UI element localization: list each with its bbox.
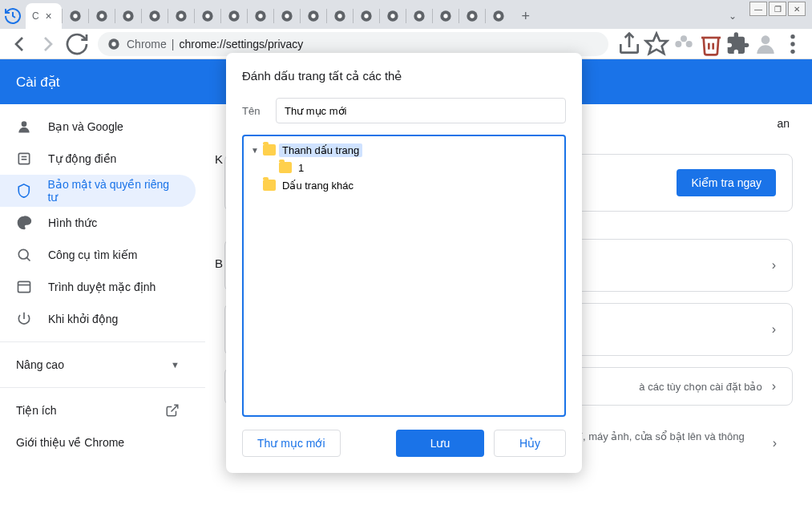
autofill-icon (16, 151, 32, 167)
tab-background[interactable] (459, 3, 485, 29)
sidebar-about[interactable]: Giới thiệu về Chrome (0, 426, 196, 458)
sidebar-about-label: Giới thiệu về Chrome (16, 436, 124, 449)
sidebar-item-appearance[interactable]: Hình thức (0, 207, 196, 239)
browser-icon (16, 279, 32, 295)
profile-avatar-icon[interactable] (753, 31, 778, 57)
tab-close-icon[interactable]: × (42, 10, 55, 22)
section-letter-b: B (215, 256, 223, 270)
sidebar-item-label: Tự động điền (48, 152, 116, 165)
tab-background[interactable] (115, 3, 141, 29)
chrome-icon (386, 10, 399, 22)
svg-point-43 (762, 35, 770, 44)
check-now-button[interactable]: Kiểm tra ngay (677, 169, 776, 196)
forward-button[interactable] (35, 31, 61, 57)
tab-background[interactable] (433, 3, 459, 29)
tab-active[interactable]: C × (26, 3, 62, 29)
settings-sidebar: Bạn và Google Tự động điền Bảo mật và qu… (0, 104, 205, 517)
bookmark-star-icon[interactable] (644, 31, 669, 57)
chevron-right-icon: › (773, 436, 777, 450)
svg-point-35 (111, 42, 115, 46)
tree-row-child-1[interactable]: 1 (248, 159, 560, 176)
tab-background[interactable] (406, 3, 432, 29)
svg-point-39 (686, 41, 693, 47)
sidebar-item-search[interactable]: Công cụ tìm kiếm (0, 239, 196, 271)
tab-strip: C × // placeholder so tabs render below … (0, 0, 812, 29)
external-link-icon (165, 403, 180, 418)
tab-background[interactable] (327, 3, 353, 29)
window-restore-button[interactable]: ❐ (769, 2, 786, 16)
tab-background[interactable] (486, 3, 511, 29)
tab-background[interactable] (142, 3, 168, 29)
svg-point-1 (73, 14, 77, 18)
tree-row-bookmarks-bar[interactable]: ▼ Thanh dấu trang (248, 141, 560, 159)
chrome-icon (228, 10, 240, 22)
menu-kebab-icon[interactable] (780, 31, 806, 57)
chrome-icon (122, 10, 135, 22)
share-icon[interactable] (616, 31, 642, 57)
new-tab-button[interactable]: + (515, 5, 537, 27)
tab-background[interactable] (89, 3, 115, 29)
sidebar-item-you-and-google[interactable]: Bạn và Google (0, 111, 196, 143)
reload-button[interactable] (64, 31, 90, 57)
tab-background[interactable] (274, 3, 300, 29)
new-folder-button[interactable]: Thư mục mới (242, 430, 341, 457)
sidebar-item-label: Hình thức (48, 216, 97, 229)
sidebar-item-default-browser[interactable]: Trình duyệt mặc định (0, 271, 196, 303)
tree-row-other-bookmarks[interactable]: Dấu trang khác (248, 176, 560, 194)
tab-background[interactable] (63, 3, 88, 29)
section-letter-k: K (215, 152, 223, 166)
svg-point-5 (126, 14, 130, 18)
tab-background[interactable] (353, 3, 379, 29)
extensions-puzzle-icon[interactable] (725, 31, 751, 57)
tab-title: C (32, 10, 39, 22)
svg-point-51 (18, 249, 28, 259)
tab-background[interactable] (380, 3, 406, 29)
history-icon[interactable] (3, 6, 22, 26)
omnibox[interactable]: Chrome|chrome://settings/privacy (98, 32, 608, 56)
omnibox-text: Chrome|chrome://settings/privacy (127, 38, 303, 50)
tab-background[interactable] (248, 3, 273, 29)
window-close-button[interactable]: ✕ (788, 2, 806, 16)
tab-background[interactable] (221, 3, 247, 29)
save-button[interactable]: Lưu (396, 430, 484, 457)
svg-point-40 (681, 35, 687, 42)
svg-point-46 (790, 49, 794, 53)
back-button[interactable] (6, 31, 32, 57)
tab-background[interactable] (168, 3, 194, 29)
svg-point-33 (496, 14, 500, 18)
cancel-button[interactable]: Hủy (494, 430, 566, 457)
sidebar-extensions-label: Tiện ích (16, 404, 57, 417)
sidebar-item-autofill[interactable]: Tự động điền (0, 143, 196, 175)
sidebar-item-label: Bảo mật và quyền riêng tư (48, 178, 180, 204)
sidebar-item-startup[interactable]: Khi khởi động (0, 303, 196, 335)
chrome-icon (413, 10, 426, 22)
tab-overflow-button[interactable]: ⌄ (729, 10, 737, 22)
chrome-icon (439, 10, 452, 22)
svg-point-47 (22, 121, 27, 127)
chrome-icon (107, 38, 120, 50)
power-icon (16, 311, 32, 327)
svg-point-19 (311, 14, 315, 18)
shield-icon (16, 183, 32, 199)
settings-title: Cài đặt (16, 74, 59, 91)
chrome-icon (333, 10, 346, 22)
sidebar-advanced[interactable]: Nâng cao ▼ (0, 349, 196, 381)
tree-label: Dấu trang khác (279, 179, 357, 192)
svg-point-25 (390, 14, 394, 18)
chrome-icon (254, 10, 267, 22)
svg-point-7 (152, 14, 156, 18)
caret-down-icon[interactable]: ▼ (250, 146, 260, 155)
dialog-title: Đánh dấu trang tất cả các thẻ (242, 69, 566, 83)
folder-tree[interactable]: ▼ Thanh dấu trang 1 Dấu trang khác (242, 135, 566, 417)
dialog-name-input[interactable] (276, 98, 566, 123)
window-minimize-button[interactable]: — (749, 2, 767, 16)
tab-background[interactable] (301, 3, 326, 29)
tab-background[interactable] (195, 3, 220, 29)
extension-icon-1[interactable] (671, 31, 697, 57)
trash-icon[interactable] (698, 31, 724, 57)
sidebar-item-privacy[interactable]: Bảo mật và quyền riêng tư (0, 175, 196, 207)
sidebar-item-label: Khi khởi động (48, 313, 118, 325)
svg-point-44 (790, 34, 794, 38)
svg-line-52 (26, 257, 30, 261)
sidebar-extensions[interactable]: Tiện ích (0, 394, 196, 426)
